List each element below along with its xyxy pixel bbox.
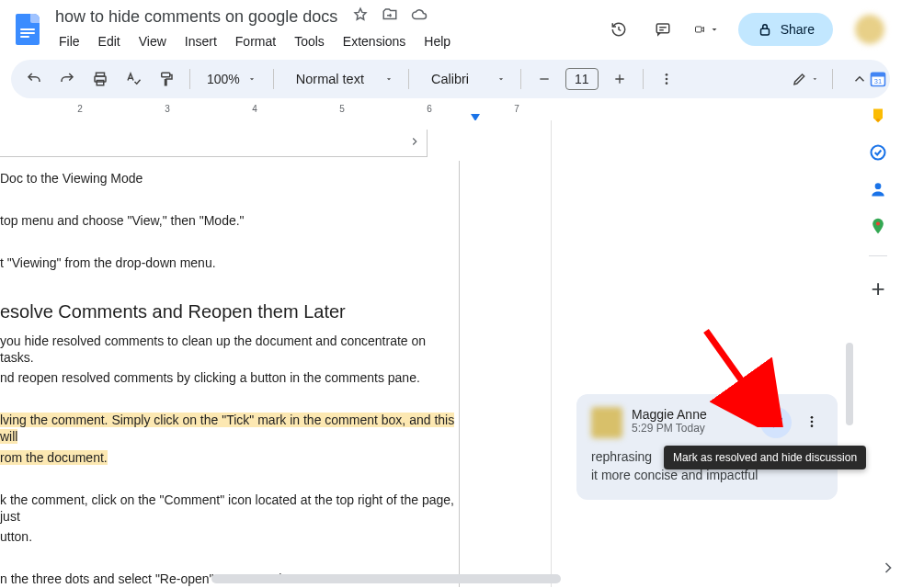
star-icon[interactable] <box>352 6 369 28</box>
document-line[interactable]: lving the comment. Simply click on the "… <box>0 410 459 447</box>
menu-file[interactable]: File <box>51 30 87 52</box>
increase-font-size-button[interactable] <box>606 65 633 93</box>
horizontal-ruler[interactable]: 2 3 4 5 6 7 <box>11 104 563 120</box>
resolve-comment-button[interactable] <box>760 407 792 438</box>
document-page[interactable]: Doc to the Viewing Modetop menu and choo… <box>0 120 552 587</box>
toolbar: 100% Normal text Calibri 11 <box>11 60 890 98</box>
decrease-font-size-button[interactable] <box>530 65 558 93</box>
contacts-app-icon[interactable] <box>869 180 887 198</box>
menu-help[interactable]: Help <box>416 30 458 52</box>
spellcheck-button[interactable] <box>120 65 147 93</box>
svg-point-11 <box>811 420 814 423</box>
ruler-tick: 3 <box>165 104 170 114</box>
svg-point-7 <box>665 74 667 76</box>
svg-point-10 <box>811 416 814 419</box>
menu-tools[interactable]: Tools <box>287 30 332 52</box>
tasks-app-icon[interactable] <box>869 143 887 162</box>
zoom-select[interactable]: 100% <box>200 72 264 86</box>
menu-insert[interactable]: Insert <box>177 30 224 52</box>
paragraph-style-select[interactable]: Normal text <box>283 72 399 86</box>
ruler-tick: 7 <box>514 104 519 114</box>
document-body[interactable]: Doc to the Viewing Modetop menu and choo… <box>0 161 459 587</box>
zoom-value: 100% <box>207 72 240 86</box>
commenter-name: Maggie Anne <box>632 407 707 422</box>
document-line[interactable]: rom the document. <box>0 447 459 468</box>
svg-rect-0 <box>656 24 669 33</box>
document-heading[interactable]: esolve Comments and Reopen them Later <box>0 300 459 323</box>
move-icon[interactable] <box>382 6 398 28</box>
svg-point-9 <box>665 82 667 85</box>
svg-point-8 <box>665 78 667 81</box>
menu-bar: File Edit View Insert Format Tools Exten… <box>51 28 599 52</box>
redo-button[interactable] <box>53 65 81 93</box>
font-size-input[interactable]: 11 <box>565 68 599 90</box>
document-line[interactable]: k the comment, click on the "Comment" ic… <box>0 490 459 526</box>
svg-point-20 <box>876 221 880 225</box>
maps-app-icon[interactable] <box>869 217 887 235</box>
account-avatar[interactable] <box>855 15 884 44</box>
ruler-tick: 4 <box>252 104 257 114</box>
calendar-app-icon[interactable]: 31 <box>869 70 887 88</box>
svg-point-12 <box>811 424 814 427</box>
svg-text:31: 31 <box>874 77 882 85</box>
document-line[interactable]: you hide resolved comments to clean up t… <box>0 331 459 368</box>
resolve-tooltip: Mark as resolved and hide discussion <box>664 446 866 469</box>
document-title[interactable]: how to hide comments on google docs <box>51 6 341 28</box>
right-indent-marker[interactable] <box>471 113 480 120</box>
side-panel: 31 + <box>855 48 901 588</box>
ruler-tick: 5 <box>339 104 345 114</box>
svg-rect-17 <box>876 119 879 121</box>
ruler-tick: 6 <box>427 104 432 114</box>
meet-button[interactable] <box>694 17 720 42</box>
undo-button[interactable] <box>20 65 48 93</box>
menu-extensions[interactable]: Extensions <box>336 30 413 52</box>
editing-mode-button[interactable] <box>792 65 819 93</box>
comments-icon[interactable] <box>650 17 676 42</box>
side-panel-separator <box>869 255 887 256</box>
cloud-status-icon[interactable] <box>411 6 428 28</box>
menu-format[interactable]: Format <box>228 30 283 52</box>
style-value: Normal text <box>296 72 364 86</box>
comment-time: 5:29 PM Today <box>632 422 707 435</box>
svg-rect-6 <box>162 73 170 77</box>
font-value: Calibri <box>431 72 469 86</box>
docs-logo[interactable] <box>11 13 44 46</box>
document-line[interactable]: utton. <box>0 526 459 547</box>
menu-view[interactable]: View <box>131 30 174 52</box>
history-icon[interactable] <box>606 17 632 42</box>
keep-app-icon[interactable] <box>869 107 887 125</box>
menu-edit[interactable]: Edit <box>91 30 128 52</box>
svg-rect-15 <box>872 73 885 76</box>
share-label: Share <box>781 22 815 37</box>
more-formatting-button[interactable] <box>653 65 680 93</box>
document-line[interactable]: Doc to the Viewing Mode <box>0 168 459 188</box>
horizontal-scrollbar[interactable] <box>211 574 846 585</box>
print-button[interactable] <box>86 65 114 93</box>
share-button[interactable]: Share <box>738 13 833 46</box>
expand-tab-icon[interactable] <box>408 135 421 152</box>
vertical-scrollbar[interactable] <box>846 343 853 425</box>
paint-format-button[interactable] <box>153 65 180 93</box>
commenter-avatar <box>591 407 622 438</box>
font-select[interactable]: Calibri <box>418 72 511 86</box>
document-line[interactable]: top menu and choose "View," then "Mode." <box>0 210 459 231</box>
get-addons-button[interactable]: + <box>871 275 884 303</box>
svg-rect-2 <box>760 28 769 35</box>
document-line[interactable]: t "Viewing" from the drop-down menu. <box>0 253 459 273</box>
svg-rect-1 <box>695 27 701 32</box>
document-line[interactable]: nd reopen resolved comments by clicking … <box>0 368 459 388</box>
comment-more-button[interactable] <box>801 413 823 434</box>
show-side-panel-button[interactable] <box>879 559 897 581</box>
svg-point-19 <box>875 183 882 189</box>
ruler-tick: 2 <box>77 104 83 114</box>
